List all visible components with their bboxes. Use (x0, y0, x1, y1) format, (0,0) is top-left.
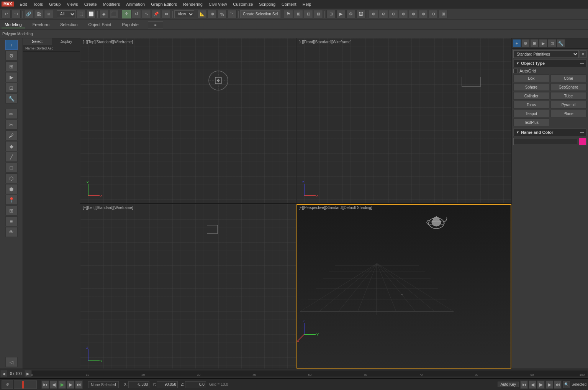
render-button[interactable]: ⊞ (326, 10, 336, 18)
spinner-snap-button[interactable]: ⋱ (228, 10, 237, 18)
render-frame-button[interactable]: 🖼 (356, 10, 365, 18)
autogrid-checkbox[interactable] (513, 69, 518, 73)
rp-modify-icon[interactable]: ⚙ (521, 39, 530, 48)
sidebar-poly-icon[interactable]: ⬡ (5, 173, 18, 183)
next-frame-btn[interactable]: ▶ (67, 380, 74, 389)
sidebar-border-icon[interactable]: □ (5, 163, 18, 173)
obj-btn-torus[interactable]: Torus (513, 101, 549, 109)
obj-btn-tube[interactable]: Tube (550, 92, 586, 100)
sidebar-edge-icon[interactable]: ╱ (5, 152, 18, 162)
bind-button[interactable]: ⧆ (44, 10, 53, 18)
sidebar-nav-icon[interactable]: ◁ (5, 357, 18, 367)
sidebar-paint-icon[interactable]: 🖌 (5, 130, 18, 140)
quick-render-button[interactable]: ▶ (336, 10, 346, 18)
sidebar-display-icon[interactable]: ⊡ (5, 83, 18, 93)
sidebar-hierarchy-icon[interactable]: ⊞ (5, 61, 18, 71)
sidebar-element-icon[interactable]: ⬢ (5, 184, 18, 194)
keytime-area[interactable] (14, 380, 37, 389)
unlink-button[interactable]: ⛓ (34, 10, 43, 18)
timeline-next-btn[interactable]: ▶ (25, 370, 31, 377)
sidebar-create-icon[interactable]: + (5, 40, 18, 50)
sidebar-utilities-icon[interactable]: 🔧 (5, 94, 18, 104)
extra-btn-2[interactable]: ⊘ (379, 10, 388, 18)
obj-btn-textplus[interactable]: TextPlus (513, 118, 549, 126)
tab-expand-button[interactable]: ≡ (148, 21, 163, 28)
object-type-minimize[interactable]: — (580, 61, 584, 66)
name-color-header[interactable]: ▼ Name and Color — (513, 128, 586, 136)
menu-tools[interactable]: Tools (30, 1, 46, 7)
anim-prev-btn[interactable]: ⏮ (520, 380, 528, 389)
rp-utils-icon[interactable]: 🔧 (557, 39, 565, 48)
rotate-button[interactable]: ↺ (132, 10, 141, 18)
obj-btn-cone[interactable]: Cone (550, 74, 586, 82)
primitive-type-dropdown[interactable]: Standard Primitives (513, 50, 579, 58)
select-region-button[interactable]: ⬜ (87, 10, 96, 18)
sidebar-motion-icon[interactable]: ▶ (5, 72, 18, 82)
scene-tab-select[interactable]: Select (23, 38, 52, 45)
mirror-button[interactable]: ⇔ (162, 10, 171, 18)
color-swatch[interactable] (579, 138, 586, 145)
place-button[interactable]: 📌 (152, 10, 161, 18)
menu-scripting[interactable]: Scripting (256, 1, 278, 7)
key-time-button[interactable]: ⏱ (2, 380, 13, 389)
sidebar-vertex-icon[interactable]: ◆ (5, 141, 18, 151)
scene-tab-display[interactable]: Display (52, 38, 80, 45)
render-setup-button[interactable]: ⚙ (346, 10, 355, 18)
coord-y-input[interactable] (157, 381, 178, 388)
menu-modifiers[interactable]: Modifiers (100, 1, 123, 7)
tab-modeling[interactable]: Modeling (2, 21, 25, 28)
viewport-left[interactable]: [+][Left][Standard][Wireframe] Y Z (80, 204, 296, 369)
object-type-header[interactable]: ▼ Object Type — (513, 59, 586, 67)
menu-animation[interactable]: Animation (123, 1, 147, 7)
menu-rendering[interactable]: Rendering (180, 1, 205, 7)
create-selection-button[interactable]: Create Selection Sel (240, 10, 280, 18)
percent-snap-button[interactable]: % (218, 10, 227, 18)
snap-toggle-button[interactable]: 📐 (198, 10, 207, 18)
sidebar-eye-icon[interactable]: 👁 (5, 227, 18, 237)
sidebar-modify-icon[interactable]: ⚙ (5, 51, 18, 61)
menu-graph-editors[interactable]: Graph Editors (148, 1, 180, 7)
extra-btn-6[interactable]: ⊜ (419, 10, 428, 18)
select-filter-button[interactable]: ◈ (99, 10, 108, 18)
menu-civil-view[interactable]: Civil View (206, 1, 229, 7)
extra-btn-3[interactable]: ⊙ (389, 10, 398, 18)
viewport-perspective[interactable]: [+][Perspective][Standard][Default Shadi… (296, 204, 512, 369)
link-button[interactable]: 🔗 (24, 10, 33, 18)
search-btn[interactable]: 🔍 (563, 381, 570, 388)
scale-button[interactable]: ⤡ (142, 10, 151, 18)
schematic-button[interactable]: ⊡ (304, 10, 313, 18)
tab-object-paint[interactable]: Object Paint (85, 21, 115, 28)
undo-button[interactable]: ↩ (2, 10, 11, 18)
obj-btn-box[interactable]: Box (513, 74, 549, 82)
timeline-track[interactable]: 0 10 20 30 40 50 60 70 80 90 100 (32, 370, 588, 377)
mode-dropdown[interactable]: All (57, 10, 76, 18)
coord-x-input[interactable] (128, 381, 149, 388)
tab-freeform[interactable]: Freeform (29, 21, 53, 28)
rp-display-icon[interactable]: ⊡ (548, 39, 556, 48)
rp-hierarchy-icon[interactable]: ⊞ (530, 39, 539, 48)
play-next-btn[interactable]: ⏭ (75, 380, 83, 389)
prev-frame-btn[interactable]: ◀ (50, 380, 57, 389)
obj-btn-sphere[interactable]: Sphere (513, 83, 549, 91)
extra-btn-7[interactable]: ⊝ (429, 10, 438, 18)
play-btn[interactable]: ▶ (58, 380, 66, 389)
obj-btn-teapot[interactable]: Teapot (513, 110, 549, 117)
menu-views[interactable]: Views (64, 1, 80, 7)
rp-motion-icon[interactable]: ▶ (539, 39, 547, 48)
angle-snap-button[interactable]: ⊕ (208, 10, 217, 18)
select-move-button[interactable]: ✛ (122, 10, 131, 18)
sidebar-cut-icon[interactable]: ✂ (5, 120, 18, 130)
obj-btn-pyramid[interactable]: Pyramid (550, 101, 586, 109)
menu-content[interactable]: Content (279, 1, 299, 7)
menu-help[interactable]: Help (300, 1, 314, 7)
extra-btn-5[interactable]: ⊛ (409, 10, 418, 18)
sidebar-grid-icon[interactable]: ⊞ (5, 206, 18, 216)
primitive-dropdown-arrow[interactable]: ▼ (580, 50, 586, 58)
name-color-minimize[interactable]: — (580, 130, 584, 135)
named-sel-button[interactable]: ⚑ (284, 10, 293, 18)
obj-btn-cylinder[interactable]: Cylinder (513, 92, 549, 100)
object-name-input[interactable] (513, 138, 577, 145)
anim-prev-frame-btn[interactable]: ◀ (529, 380, 536, 389)
rp-create-icon[interactable]: + (513, 39, 521, 48)
menu-group[interactable]: Group (46, 1, 64, 7)
